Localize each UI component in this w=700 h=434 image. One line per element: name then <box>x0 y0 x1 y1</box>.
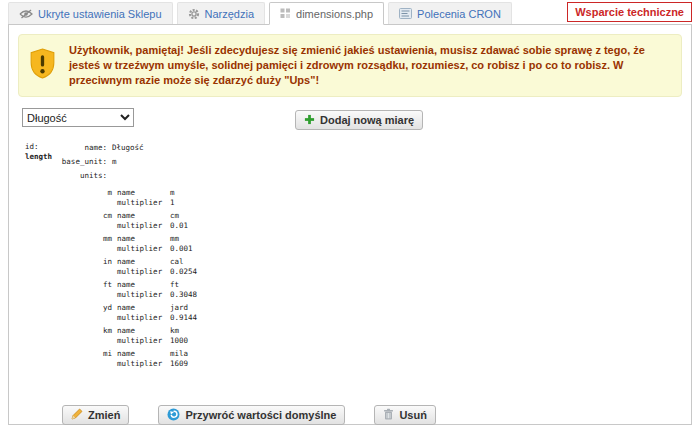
tab-label: Narzędzia <box>205 8 255 20</box>
unit-row: cm namecm multiplier0.01 <box>25 211 691 231</box>
unit-name: cal <box>170 257 184 266</box>
unit-code: yd <box>25 303 112 323</box>
tab-narzedzia[interactable]: Narzędzia <box>177 2 266 24</box>
content-panel: Użytkownik, pamiętaj! Jeśli zdecydujesz … <box>8 24 692 425</box>
undo-icon <box>167 408 180 423</box>
add-measure-label: Dodaj nową miarę <box>320 114 414 126</box>
unit-prop-label: multiplier <box>117 221 170 231</box>
tab-label: Polecenia CRON <box>417 8 501 20</box>
unit-name: jard <box>170 303 188 312</box>
unit-prop-label: multiplier <box>117 359 170 369</box>
id-label: id: <box>25 142 52 152</box>
field-value: m <box>107 157 117 166</box>
actions-row: Zmień Przywróć wartości domyślne Usuń <box>62 405 691 425</box>
unit-name: km <box>170 326 179 335</box>
unit-row: ft nameft multiplier0.3048 <box>25 280 691 300</box>
unit-row: km namekm multiplier1000 <box>25 326 691 346</box>
unit-code: mm <box>25 234 112 254</box>
unit-prop-label: name <box>117 188 170 198</box>
tab-ukryte-ustawienia-sklepu[interactable]: Ukryte ustawienia Sklepu <box>8 2 173 24</box>
unit-name: m <box>170 188 175 197</box>
list-icon <box>399 8 412 19</box>
dimension-id: id: length <box>25 142 52 162</box>
unit-prop-label: name <box>117 234 170 244</box>
add-measure-button[interactable]: Dodaj nową miarę <box>295 110 423 130</box>
unit-code: cm <box>25 211 112 231</box>
change-button[interactable]: Zmień <box>62 405 129 425</box>
unit-code: mi <box>25 349 112 369</box>
unit-multiplier: 0.001 <box>170 244 193 253</box>
unit-code: ft <box>25 280 112 300</box>
unit-prop-label: multiplier <box>117 244 170 254</box>
unit-prop-label: name <box>117 257 170 267</box>
restore-defaults-label: Przywróć wartości domyślne <box>185 409 336 421</box>
eye-off-icon <box>19 9 33 19</box>
dimension-dump: id: length name:Długość base_unit:m unit… <box>25 143 691 369</box>
pencil-icon <box>71 408 83 422</box>
unit-row: mm namemm multiplier0.001 <box>25 234 691 254</box>
unit-name: mila <box>170 349 188 358</box>
warning-text: Użytkownik, pamiętaj! Jeśli zdecydujesz … <box>69 43 671 88</box>
grid-icon <box>280 8 291 19</box>
restore-defaults-button[interactable]: Przywróć wartości domyślne <box>158 405 345 425</box>
unit-row: m namem multiplier1 <box>25 188 691 208</box>
unit-code: m <box>25 188 112 208</box>
plus-icon <box>304 114 315 127</box>
field-row: base_unit:m <box>25 157 691 167</box>
gear-icon <box>188 8 200 20</box>
change-label: Zmień <box>88 409 120 421</box>
unit-prop-label: name <box>117 303 170 313</box>
tab-dimensions-php[interactable]: dimensions.php <box>269 2 384 25</box>
unit-multiplier: 0.3048 <box>170 290 197 299</box>
unit-name: ft <box>170 280 179 289</box>
tab-label: dimensions.php <box>296 8 373 20</box>
field-row: units: <box>25 171 691 181</box>
unit-multiplier: 1 <box>170 198 175 207</box>
unit-prop-label: multiplier <box>117 313 170 323</box>
tab-polecenia-cron[interactable]: Polecenia CRON <box>388 2 512 24</box>
field-value <box>107 171 112 180</box>
tab-label: Ukryte ustawienia Sklepu <box>38 8 162 20</box>
unit-prop-label: name <box>117 280 170 290</box>
unit-multiplier: 0.01 <box>170 221 188 230</box>
unit-row: mi namemila multiplier1609 <box>25 349 691 369</box>
shield-warning-icon <box>29 48 56 83</box>
trash-icon <box>383 408 394 422</box>
id-value: length <box>25 152 52 162</box>
unit-prop-label: multiplier <box>117 198 170 208</box>
unit-multiplier: 1000 <box>170 336 188 345</box>
unit-prop-label: name <box>117 326 170 336</box>
unit-name: mm <box>170 234 179 243</box>
field-value: Długość <box>107 143 144 152</box>
unit-row: yd namejard multiplier0.9144 <box>25 303 691 323</box>
unit-code: km <box>25 326 112 346</box>
delete-button[interactable]: Usuń <box>374 405 436 425</box>
warning-banner: Użytkownik, pamiętaj! Jeśli zdecydujesz … <box>18 34 682 97</box>
unit-name: cm <box>170 211 179 220</box>
unit-code: in <box>25 257 112 277</box>
unit-multiplier: 1609 <box>170 359 188 368</box>
tab-bar: Ukryte ustawienia Sklepu Narzędzia dimen… <box>8 2 692 24</box>
support-link[interactable]: Wsparcie techniczne <box>567 2 692 22</box>
unit-prop-label: multiplier <box>117 336 170 346</box>
dimension-fields: name:Długość base_unit:m units: m namem … <box>25 143 691 369</box>
unit-multiplier: 0.0254 <box>170 267 197 276</box>
field-key: units: <box>25 171 107 181</box>
unit-prop-label: multiplier <box>117 267 170 277</box>
unit-prop-label: name <box>117 211 170 221</box>
units-list: m namem multiplier1 cm namecm multiplier… <box>25 188 691 369</box>
delete-label: Usuń <box>399 409 427 421</box>
field-row: name:Długość <box>25 143 691 153</box>
unit-prop-label: multiplier <box>117 290 170 300</box>
unit-multiplier: 0.9144 <box>170 313 197 322</box>
unit-prop-label: name <box>117 349 170 359</box>
unit-row: in namecal multiplier0.0254 <box>25 257 691 277</box>
controls-row: Długość Dodaj nową miarę <box>22 108 691 130</box>
measure-select[interactable]: Długość <box>22 108 134 127</box>
